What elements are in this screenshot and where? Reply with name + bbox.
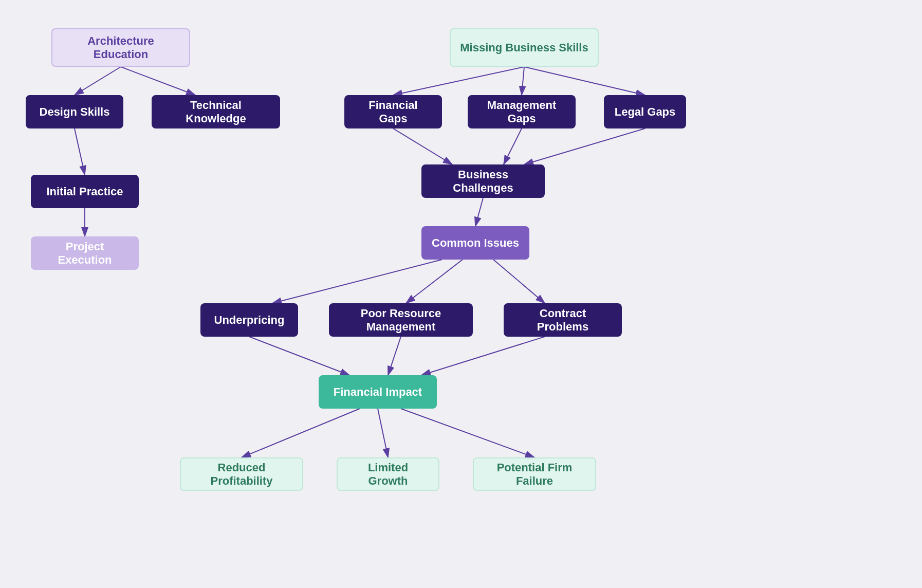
tech-knowledge-node: Technical Knowledge xyxy=(152,95,280,128)
poor-resource-node: Poor Resource Management xyxy=(329,303,473,337)
svg-line-16 xyxy=(388,337,401,375)
limited-growth-node: Limited Growth xyxy=(337,457,439,491)
svg-line-13 xyxy=(406,260,463,303)
initial-practice-node: Initial Practice xyxy=(31,175,139,208)
diagram-container: Architecture Education Design Skills Tec… xyxy=(0,0,922,588)
underpricing-label: Underpricing xyxy=(214,314,285,327)
svg-line-8 xyxy=(393,128,452,164)
svg-line-12 xyxy=(272,260,442,303)
svg-line-19 xyxy=(378,409,388,457)
underpricing-node: Underpricing xyxy=(200,303,298,337)
reduced-profit-node: Reduced Profitability xyxy=(180,457,303,491)
reduced-profit-label: Reduced Profitability xyxy=(190,461,293,488)
financial-impact-label: Financial Impact xyxy=(334,385,422,399)
business-challenges-label: Business Challenges xyxy=(432,168,534,195)
firm-failure-label: Potential Firm Failure xyxy=(483,461,586,488)
missing-biz-node: Missing Business Skills xyxy=(450,28,599,67)
svg-line-7 xyxy=(524,67,645,95)
svg-line-15 xyxy=(249,337,349,375)
project-execution-node: Project Execution xyxy=(31,236,139,270)
legal-gaps-node: Legal Gaps xyxy=(604,95,686,128)
financial-impact-node: Financial Impact xyxy=(319,375,437,409)
initial-practice-label: Initial Practice xyxy=(46,185,123,198)
svg-line-18 xyxy=(242,409,360,457)
tech-knowledge-label: Technical Knowledge xyxy=(162,99,270,125)
financial-gaps-node: Financial Gaps xyxy=(344,95,442,128)
missing-biz-label: Missing Business Skills xyxy=(460,41,588,54)
svg-line-5 xyxy=(393,67,524,95)
svg-line-11 xyxy=(475,198,483,226)
svg-line-14 xyxy=(493,260,545,303)
limited-growth-label: Limited Growth xyxy=(347,461,429,488)
management-gaps-label: Management Gaps xyxy=(478,99,565,125)
arrows-svg xyxy=(0,0,922,588)
svg-line-20 xyxy=(401,409,534,457)
common-issues-node: Common Issues xyxy=(421,226,529,260)
legal-gaps-label: Legal Gaps xyxy=(615,105,676,119)
contract-problems-node: Contract Problems xyxy=(504,303,622,337)
svg-line-10 xyxy=(524,128,645,164)
svg-line-1 xyxy=(75,67,121,95)
svg-line-17 xyxy=(421,337,545,375)
firm-failure-node: Potential Firm Failure xyxy=(473,457,596,491)
project-execution-label: Project Execution xyxy=(41,240,128,267)
financial-gaps-label: Financial Gaps xyxy=(355,99,432,125)
business-challenges-node: Business Challenges xyxy=(421,164,545,198)
common-issues-label: Common Issues xyxy=(432,236,519,250)
poor-resource-label: Poor Resource Management xyxy=(339,307,463,334)
svg-line-9 xyxy=(504,128,522,164)
arch-edu-node: Architecture Education xyxy=(51,28,190,67)
svg-line-3 xyxy=(75,128,85,175)
svg-line-6 xyxy=(522,67,524,95)
arch-edu-label: Architecture Education xyxy=(62,34,180,61)
design-skills-label: Design Skills xyxy=(40,105,110,119)
management-gaps-node: Management Gaps xyxy=(468,95,576,128)
svg-line-2 xyxy=(121,67,195,95)
contract-problems-label: Contract Problems xyxy=(514,307,612,334)
design-skills-node: Design Skills xyxy=(26,95,123,128)
